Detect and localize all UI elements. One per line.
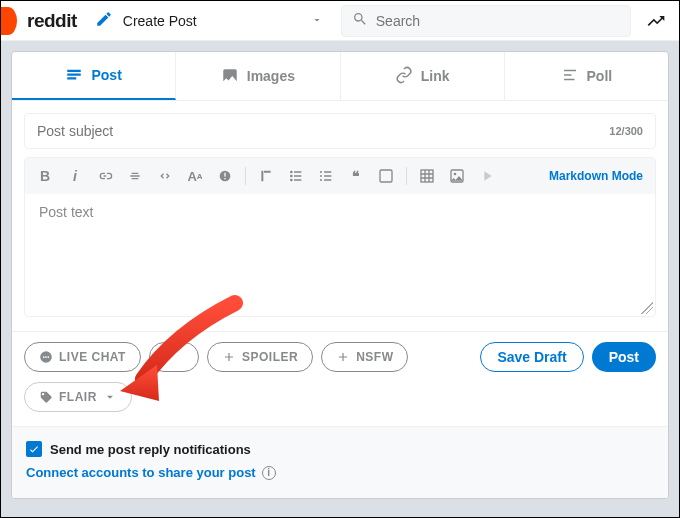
superscript-button[interactable]: AA [181,162,209,190]
strike-button[interactable] [121,162,149,190]
editor-toolbar: B i AA ❝ Markdown Mode [25,158,655,194]
flair-pill[interactable]: FLAIR [24,382,132,412]
markdown-mode-toggle[interactable]: Markdown Mode [549,169,649,183]
code-button[interactable] [151,162,179,190]
search-box[interactable] [341,5,631,37]
button-label: Post [609,349,639,365]
image-button[interactable] [443,162,471,190]
toolbar-separator [406,167,407,185]
svg-point-13 [47,356,49,358]
community-picker-label: Create Post [123,13,197,29]
post-options-row: LIVE CHAT . SPOILER NSFW Save Draft Post [12,331,668,426]
svg-point-5 [290,179,293,182]
caret-down-icon [103,390,117,404]
pill-label: SPOILER [242,350,298,364]
connect-label: Connect accounts to share your post [26,465,256,480]
post-form: 12/300 B i AA ❝ Markdown [12,101,668,329]
search-icon [352,11,368,30]
pill-label: LIVE CHAT [59,350,126,364]
info-icon: i [262,466,276,480]
subject-counter: 12/300 [609,125,643,137]
pill-label: FLAIR [59,390,97,404]
video-button[interactable] [473,162,501,190]
tab-label: Link [421,68,450,84]
bold-button[interactable]: B [31,162,59,190]
subject-field[interactable]: 12/300 [24,113,656,149]
svg-point-3 [290,171,293,174]
svg-rect-1 [224,173,225,177]
app-header: reddit Create Post [1,1,679,41]
chevron-down-icon [311,13,323,29]
trending-button[interactable] [641,6,671,36]
heading-button[interactable] [252,162,280,190]
post-button[interactable]: Post [592,342,656,372]
svg-point-9 [454,173,457,176]
create-post-card: Post Images Link Poll 12/300 B i [11,51,669,499]
tab-label: Post [91,67,121,83]
svg-point-12 [45,356,47,358]
community-picker[interactable]: Create Post [87,6,331,36]
notify-label: Send me post reply notifications [50,442,251,457]
number-list-button[interactable] [312,162,340,190]
notify-checkbox-row[interactable]: Send me post reply notifications [26,441,654,457]
nsfw-pill[interactable]: NSFW [321,342,408,372]
bullet-list-button[interactable] [282,162,310,190]
svg-point-11 [43,356,45,358]
connect-accounts-link[interactable]: Connect accounts to share your post i [26,465,654,480]
spoiler-inline-button[interactable] [211,162,239,190]
table-button[interactable] [413,162,441,190]
search-input[interactable] [376,13,620,29]
tab-label: Images [247,68,295,84]
resize-handle[interactable] [641,302,653,314]
quote-button[interactable]: ❝ [342,162,370,190]
subject-input[interactable] [37,123,609,139]
codeblock-button[interactable] [372,162,400,190]
tab-images[interactable]: Images [176,52,340,100]
live-chat-pill[interactable]: LIVE CHAT [24,342,141,372]
poll-icon [561,66,579,87]
svg-rect-2 [224,178,225,179]
post-footer: Send me post reply notifications Connect… [12,426,668,498]
post-body-textarea[interactable] [25,194,655,316]
button-label: Save Draft [497,349,566,365]
post-type-tabs: Post Images Link Poll [12,52,668,101]
notify-checkbox[interactable] [26,441,42,457]
toolbar-separator [245,167,246,185]
svg-rect-7 [421,170,433,182]
reddit-wordmark: reddit [27,10,77,32]
spoiler-pill[interactable]: SPOILER [207,342,313,372]
pencil-icon [95,10,113,31]
italic-button[interactable]: i [61,162,89,190]
pill-label: NSFW [356,350,393,364]
hidden-pill[interactable]: . [149,342,199,372]
rich-editor: B i AA ❝ Markdown Mode [24,157,656,317]
tab-link[interactable]: Link [341,52,505,100]
reddit-orb-icon [0,7,17,35]
svg-point-4 [290,175,293,178]
save-draft-button[interactable]: Save Draft [480,342,583,372]
svg-rect-6 [380,170,392,182]
link-button[interactable] [91,162,119,190]
link-icon [395,66,413,87]
tab-poll[interactable]: Poll [505,52,668,100]
tab-label: Poll [587,68,613,84]
tab-post[interactable]: Post [12,52,176,100]
